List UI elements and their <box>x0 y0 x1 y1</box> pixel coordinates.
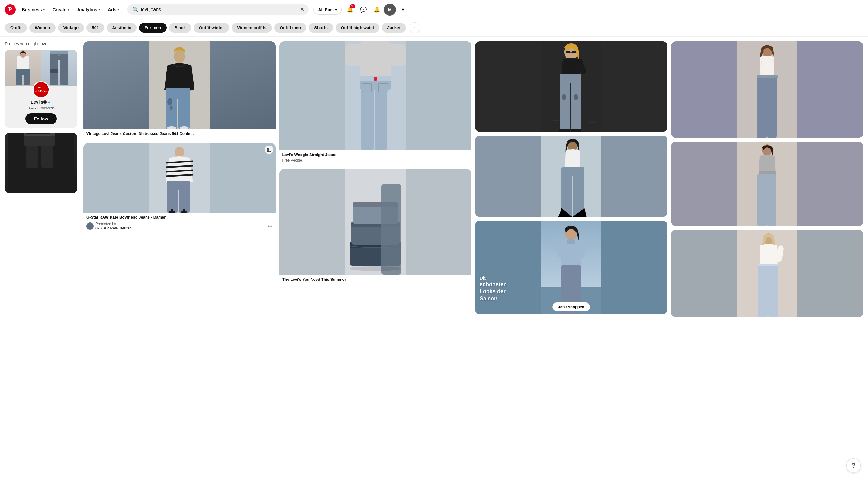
search-clear-button[interactable]: ✕ <box>300 7 304 12</box>
pin-options-button[interactable]: ••• <box>268 223 273 229</box>
svg-rect-87 <box>561 167 584 176</box>
svg-point-32 <box>175 147 184 158</box>
notification-badge: 96 <box>350 4 355 8</box>
nav-analytics[interactable]: Analytics ▾ <box>73 4 103 14</box>
pin-info: Vintage Levi Jeans Custom Distressed Jea… <box>83 129 276 139</box>
profile-card-levis[interactable]: LIVE IN LEVI'S Levi's® ✓ 184.7k follower… <box>5 50 77 128</box>
chevron-down-icon: ▾ <box>98 8 100 11</box>
chevron-down-icon: ▾ <box>335 7 337 12</box>
svg-rect-70 <box>566 51 570 54</box>
pinterest-logo[interactable]: P <box>5 4 16 15</box>
svg-rect-42 <box>171 209 173 212</box>
avatar[interactable]: M <box>384 4 396 16</box>
pin-card[interactable]: G-Star RAW Kate Boyfriend Jeans - Damen … <box>83 143 276 233</box>
pin-title: G-Star RAW Kate Boyfriend Jeans - Damen <box>86 215 273 220</box>
chip-vintage[interactable]: Vintage <box>58 23 84 33</box>
chip-501[interactable]: 501 <box>86 23 104 33</box>
pin-overlay-text-line1: Die <box>479 275 507 281</box>
svg-point-23 <box>174 50 185 63</box>
chip-aesthetic[interactable]: Aesthetic <box>106 23 136 33</box>
sidebar: Profiles you might love <box>5 41 77 317</box>
pin-cta-button[interactable]: Jetzt shoppen <box>553 302 590 311</box>
chip-black[interactable]: Black <box>169 23 191 33</box>
svg-point-27 <box>167 98 172 105</box>
chip-outfit-winter[interactable]: Outfit winter <box>194 23 229 33</box>
svg-rect-101 <box>767 77 777 138</box>
chip-shorts[interactable]: Shorts <box>309 23 333 33</box>
chip-jacket[interactable]: Jacket <box>382 23 406 33</box>
svg-rect-113 <box>758 265 768 317</box>
notification-bell-icon: 🔔 <box>373 6 380 13</box>
svg-rect-109 <box>757 174 776 182</box>
svg-rect-92 <box>567 239 575 244</box>
svg-rect-2 <box>17 56 29 69</box>
svg-rect-116 <box>758 263 778 266</box>
svg-rect-81 <box>559 129 570 132</box>
svg-rect-82 <box>570 129 581 132</box>
svg-rect-56 <box>374 77 377 81</box>
pin-info-promoted: G-Star RAW Kate Boyfriend Jeans - Damen … <box>83 213 276 233</box>
svg-rect-10 <box>50 51 68 54</box>
save-icon <box>265 146 273 154</box>
search-input[interactable] <box>141 7 298 12</box>
svg-text:P: P <box>8 5 12 13</box>
nav-business[interactable]: Business ▾ <box>18 4 48 14</box>
svg-rect-11 <box>50 69 58 73</box>
svg-rect-107 <box>757 175 767 226</box>
notifications-button[interactable]: 🔔 96 <box>344 4 356 16</box>
pin-card[interactable] <box>475 41 668 132</box>
chevron-down-icon: ▾ <box>68 8 69 11</box>
svg-rect-26 <box>166 88 190 99</box>
message-icon: 💬 <box>360 6 367 13</box>
svg-rect-114 <box>768 265 778 317</box>
pin-info: The Levi's You Need This Summer <box>279 275 472 285</box>
verified-icon: ✓ <box>48 100 51 104</box>
svg-rect-76 <box>560 74 581 83</box>
chevron-down-icon: ▾ <box>402 6 404 13</box>
chip-outfit-high-waist[interactable]: Outfit high waist <box>336 23 380 33</box>
svg-point-77 <box>562 94 566 100</box>
profile-card-body: LIVE IN LEVI'S Levi's® ✓ 184.7k follower… <box>5 86 77 128</box>
notifications-bell-button[interactable]: 🔔 <box>371 4 383 16</box>
nav-create[interactable]: Create ▾ <box>49 4 73 14</box>
pin-card[interactable]: The Levi's You Need This Summer <box>279 169 472 285</box>
follow-button[interactable]: Follow <box>25 113 57 124</box>
svg-rect-48 <box>345 44 362 65</box>
sidebar-profiles-title: Profiles you might love <box>5 41 77 46</box>
filter-chips-bar: Outfit Women Vintage 501 Aesthetic For m… <box>0 19 868 36</box>
chip-women-outfits[interactable]: Women outfits <box>231 23 272 33</box>
pin-title: Vintage Levi Jeans Custom Distressed Jea… <box>86 131 273 136</box>
pin-card[interactable] <box>671 141 864 226</box>
pin-card[interactable] <box>475 135 668 217</box>
pin-card[interactable]: Die schönsten Looks der Saison Jetzt sho… <box>475 221 668 314</box>
svg-rect-97 <box>561 265 581 275</box>
svg-rect-5 <box>16 68 30 74</box>
chip-outfit[interactable]: Outfit <box>5 23 27 33</box>
header: P Business ▾ Create ▾ Analytics ▾ Ads ▾ … <box>0 0 868 19</box>
messages-button[interactable]: 💬 <box>357 4 369 16</box>
account-menu-button[interactable]: ▾ <box>397 4 409 16</box>
promoter-name: G-STAR RAW Deutsc... <box>95 226 135 230</box>
chip-women[interactable]: Women <box>29 23 55 33</box>
header-icons: 🔔 96 💬 🔔 M ▾ <box>344 4 409 16</box>
pin-overlay-text-line4: Saison <box>479 295 507 302</box>
chevron-down-icon: ▾ <box>118 8 119 11</box>
pin-card[interactable] <box>671 41 864 138</box>
pin-card[interactable]: Levi's Wedgie Straight Jeans Free People <box>279 41 472 165</box>
svg-point-28 <box>170 105 173 110</box>
sidebar-card-2[interactable] <box>5 133 77 193</box>
chip-outfit-men[interactable]: Outfit men <box>274 23 306 33</box>
nav-ads[interactable]: Ads ▾ <box>104 4 123 14</box>
chips-next-button[interactable]: › <box>409 22 421 33</box>
pin-overlay-text-line3: Looks der <box>479 288 507 295</box>
svg-rect-64 <box>381 184 401 275</box>
pin-card[interactable] <box>671 230 864 317</box>
profile-avatar: LIVE IN LEVI'S <box>33 81 50 98</box>
svg-rect-51 <box>375 79 388 150</box>
pin-card[interactable]: Vintage Levi Jeans Custom Distressed Jea… <box>83 41 276 139</box>
chip-for-men[interactable]: For men <box>139 23 166 33</box>
all-pins-button[interactable]: All Pins ▾ <box>313 4 341 15</box>
pin-source: Free People <box>282 158 469 162</box>
svg-rect-43 <box>183 209 185 212</box>
chevron-down-icon: ▾ <box>43 8 45 11</box>
